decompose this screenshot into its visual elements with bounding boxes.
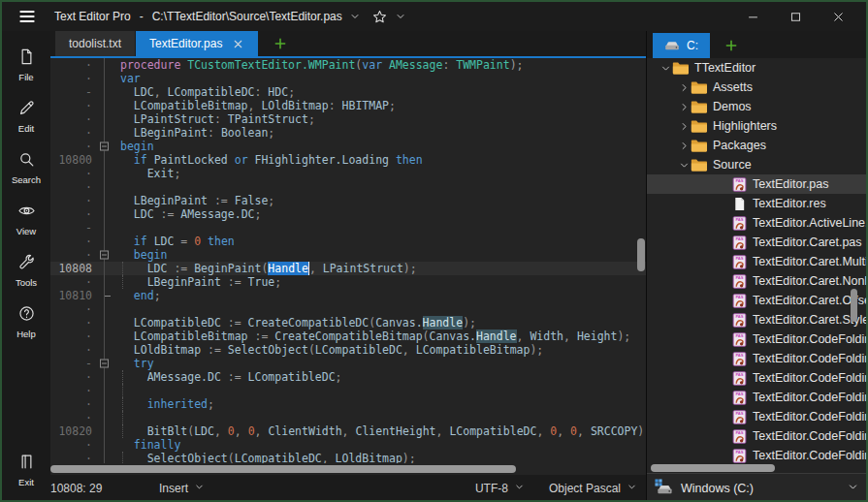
tree-folder-TTextEditor[interactable]: TTextEditor: [647, 58, 868, 78]
fold-column[interactable]: [97, 140, 113, 153]
chevron-right-icon[interactable]: [677, 101, 691, 113]
tree-horizontal-scrollbar[interactable]: [647, 463, 868, 473]
chevron-down-icon[interactable]: [659, 62, 672, 75]
fold-column[interactable]: [97, 248, 113, 262]
tree-file-TextEditor.CodeFoldin[interactable]: PASTextEditor.CodeFoldin: [647, 446, 868, 463]
drive-windows-icon: [655, 478, 673, 499]
tree-file-TextEditor.Caret.Multil[interactable]: PASTextEditor.Caret.Multil: [647, 252, 868, 271]
tab-todolist.txt[interactable]: todolist.txt: [55, 31, 135, 56]
sidebar-item-file[interactable]: File: [2, 41, 50, 89]
code-line[interactable]: · SelectObject(LCompatibleDC, LOldBitmap…: [50, 452, 646, 463]
tree-file-TextEditor.Caret.NonB[interactable]: PASTextEditor.Caret.NonB: [647, 271, 868, 291]
tree-file-TextEditor.Caret.pas[interactable]: PASTextEditor.Caret.pas: [647, 233, 868, 252]
fold-collapse-icon[interactable]: [100, 360, 109, 368]
code-editor[interactable]: ·procedure TCustomTextEditor.WMPaint(var…: [50, 58, 646, 463]
code-line[interactable]: ·var: [50, 72, 646, 85]
menu-icon[interactable]: [16, 6, 39, 27]
tree-file-TextEditor.CodeFoldin[interactable]: PASTextEditor.CodeFoldin: [647, 349, 868, 368]
code-line[interactable]: ·: [50, 384, 646, 397]
code-line[interactable]: · LBeginPaint: Boolean;: [50, 126, 646, 140]
sidebar-item-view[interactable]: View: [2, 195, 50, 243]
editor-vscroll-thumb[interactable]: [637, 238, 645, 271]
tree-folder-Packages[interactable]: Packages: [647, 136, 868, 155]
chevron-down-icon[interactable]: [677, 159, 691, 172]
tree-file-TextEditor.CodeFoldin[interactable]: PASTextEditor.CodeFoldin: [647, 407, 868, 426]
code-line[interactable]: · LCompatibleBitmap, LOldBitmap: HBITMAP…: [50, 99, 646, 112]
code-line[interactable]: ·: [50, 411, 646, 424]
minimize-button[interactable]: [738, 5, 767, 28]
code-line[interactable]: · LCompatibleBitmap := CreateCompatibleB…: [50, 329, 646, 343]
code-line[interactable]: · LPaintStruct: TPaintStruct;: [50, 112, 646, 126]
favorites-star-icon[interactable]: [371, 9, 388, 25]
close-tab-icon[interactable]: [232, 38, 244, 50]
code-line[interactable]: ·: [50, 302, 646, 316]
code-line[interactable]: · finally: [50, 438, 646, 452]
code-line[interactable]: · LBeginPaint := False;: [50, 194, 646, 207]
tree-vscroll-thumb[interactable]: [851, 289, 857, 322]
tree-file-TextEditor.CodeFoldin[interactable]: PASTextEditor.CodeFoldin: [647, 388, 868, 407]
code-line[interactable]: · LDC := AMessage.DC;: [50, 207, 646, 221]
code-line[interactable]: ·begin: [50, 140, 646, 153]
add-drive-tab-button[interactable]: [718, 33, 745, 58]
code-line[interactable]: - try: [50, 357, 646, 370]
chevron-right-icon[interactable]: [677, 140, 691, 152]
fold-collapse-icon[interactable]: [100, 142, 109, 151]
tree-file-TextEditor.CodeFoldin[interactable]: PASTextEditor.CodeFoldin: [647, 368, 868, 388]
close-button[interactable]: [823, 5, 852, 28]
sidebar-item-tools[interactable]: Tools: [2, 246, 50, 295]
tree-file-TextEditor.CodeFoldin[interactable]: PASTextEditor.CodeFoldin: [647, 329, 868, 349]
code-line[interactable]: · LCompatibleDC := CreateCompatibleDC(Ca…: [50, 316, 646, 329]
tree-folder-Demos[interactable]: Demos: [647, 97, 868, 116]
tab-TextEditor.pas[interactable]: TextEditor.pas: [136, 31, 258, 56]
chevron-right-icon[interactable]: [677, 81, 691, 94]
editor-hscroll-thumb[interactable]: [50, 465, 516, 473]
tree-file-TextEditor.Caret.Offset[interactable]: PASTextEditor.Caret.Offset: [647, 291, 868, 310]
code-line[interactable]: · inherited;: [50, 397, 646, 411]
code-line[interactable]: · LOldBitmap := SelectObject(LCompatible…: [50, 343, 646, 357]
code-line[interactable]: · AMessage.DC := LCompatibleDC;: [50, 370, 646, 384]
tree-file-TextEditor.Caret.Styles[interactable]: PASTextEditor.Caret.Styles: [647, 310, 868, 329]
fold-collapse-icon[interactable]: [100, 251, 109, 260]
explorer-tab-C[interactable]: C:: [653, 33, 710, 58]
insert-mode-dropdown[interactable]: Insert: [159, 481, 206, 496]
fold-column: [97, 99, 113, 112]
tree-folder-Source[interactable]: Source: [647, 155, 868, 174]
new-tab-button[interactable]: [267, 31, 294, 56]
tree-hscroll-thumb[interactable]: [651, 464, 775, 472]
editor-horizontal-scrollbar[interactable]: [50, 463, 646, 475]
editor-vertical-scrollbar[interactable]: [637, 58, 645, 463]
sidebar-item-help[interactable]: Help: [2, 298, 50, 346]
tree-file-TextEditor.CodeFoldin[interactable]: PASTextEditor.CodeFoldin: [647, 426, 868, 446]
encoding-dropdown[interactable]: UTF-8: [475, 481, 526, 496]
code-line[interactable]: · Exit;: [50, 167, 646, 180]
sidebar-item-exit[interactable]: Exit: [2, 446, 50, 494]
fold-column[interactable]: [97, 289, 113, 302]
drive-selector[interactable]: Windows (C:): [647, 473, 868, 502]
tree-file-TextEditor.pas[interactable]: PASTextEditor.pas: [647, 174, 868, 194]
code-line[interactable]: 10820 BitBlt(LDC, 0, 0, ClientWidth, Cli…: [50, 424, 646, 438]
tree-file-TextEditor.res[interactable]: TextEditor.res: [647, 194, 868, 213]
sidebar-item-edit[interactable]: Edit: [2, 92, 50, 141]
code-line[interactable]: · if LDC = 0 then: [50, 235, 646, 248]
code-line[interactable]: -: [50, 221, 646, 235]
language-dropdown[interactable]: Object Pascal: [549, 481, 638, 496]
code-line[interactable]: 10808 LDC := BeginPaint(Handle, LPaintSt…: [50, 262, 646, 275]
code-line[interactable]: · begin: [50, 248, 646, 262]
code-line[interactable]: 10810 end;: [50, 289, 646, 302]
favorites-chevron-icon[interactable]: [394, 10, 407, 23]
chevron-right-icon[interactable]: [677, 120, 691, 133]
code-line[interactable]: 10800 if PaintLocked or FHighlighter.Loa…: [50, 153, 646, 167]
tree-vertical-scrollbar[interactable]: [851, 58, 858, 463]
code-line[interactable]: - LDC, LCompatibleDC: HDC;: [50, 85, 646, 99]
code-line[interactable]: ·procedure TCustomTextEditor.WMPaint(var…: [50, 58, 646, 72]
code-line[interactable]: · LBeginPaint := True;: [50, 275, 646, 289]
sidebar-item-search[interactable]: Search: [2, 143, 50, 192]
recent-files-chevron-icon[interactable]: [348, 10, 362, 23]
code-line[interactable]: ·: [50, 180, 646, 194]
tree-file-TextEditor.ActiveLine.p[interactable]: PASTextEditor.ActiveLine.p: [647, 213, 868, 233]
fold-column[interactable]: [97, 357, 113, 370]
tree-folder-Assetts[interactable]: Assetts: [647, 78, 868, 97]
tree-folder-Highlighters[interactable]: Highlighters: [647, 116, 868, 136]
maximize-button[interactable]: [781, 5, 810, 28]
line-number: ·: [50, 438, 97, 452]
